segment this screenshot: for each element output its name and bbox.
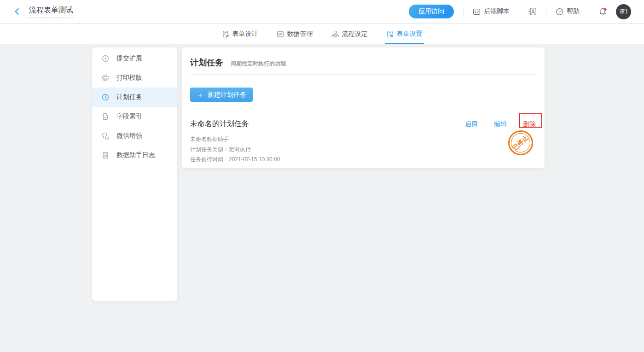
new-scheduled-task-button[interactable]: ＋ 新建计划任务 xyxy=(190,88,253,102)
sidebar-item-field-index[interactable]: 字段索引 xyxy=(92,107,177,126)
backend-script-label: 后端脚本 xyxy=(484,7,510,16)
app-access-button[interactable]: 应用访问 xyxy=(409,5,454,18)
tab-label: 表单设置 xyxy=(397,30,423,38)
divider xyxy=(486,121,486,128)
divider xyxy=(190,74,536,75)
delete-task-link[interactable]: 删除 xyxy=(523,120,536,129)
notifications-button[interactable] xyxy=(598,7,607,16)
task-type: 计划任务类型：定时执行 xyxy=(190,144,536,154)
sidebar-item-data-assistant-log[interactable]: 数据助手日志 xyxy=(92,146,177,165)
app-header: 流程表单测试 应用访问 后端脚本 ? 帮助 xyxy=(0,0,644,23)
sidebar-item-label: 数据助手日志 xyxy=(116,151,155,159)
tab-form-settings[interactable]: 表单设置 xyxy=(386,24,423,44)
panel-title: 计划任务 xyxy=(190,57,223,68)
help-button[interactable]: ? 帮助 xyxy=(556,7,580,16)
tab-label: 流程设定 xyxy=(342,30,368,38)
sidebar-item-label: 提交扩展 xyxy=(116,54,142,63)
divider xyxy=(463,8,464,15)
edit-task-link[interactable]: 编辑 xyxy=(494,120,507,129)
new-task-button-label: 新建计划任务 xyxy=(208,91,246,99)
sidebar-item-label: 计划任务 xyxy=(116,93,142,101)
divider xyxy=(519,8,519,15)
tab-label: 数据管理 xyxy=(287,30,313,38)
task-actions: 启用 编辑 删除 xyxy=(465,120,536,129)
avatar[interactable]: 谭1 xyxy=(616,4,631,19)
bell-icon xyxy=(598,7,607,16)
info-icon xyxy=(102,55,109,62)
tab-workflow-settings[interactable]: 流程设定 xyxy=(331,24,368,44)
plus-icon: ＋ xyxy=(197,91,203,98)
header-right: 应用访问 后端脚本 ? 帮助 谭1 xyxy=(409,4,631,19)
log-list-icon xyxy=(102,152,109,159)
panel-title-row: 计划任务 周期性定时执行的功能 xyxy=(190,47,536,68)
scheduled-tasks-panel: 计划任务 周期性定时执行的功能 ＋ 新建计划任务 未命名的计划任务 启用 编辑 … xyxy=(182,47,545,168)
task-row: 未命名的计划任务 启用 编辑 删除 xyxy=(190,119,536,129)
tab-data-management[interactable]: 数据管理 xyxy=(276,24,313,44)
form-design-icon xyxy=(222,30,229,38)
form-settings-icon xyxy=(386,30,394,38)
svg-text:?: ? xyxy=(558,9,561,14)
back-button[interactable] xyxy=(13,7,21,16)
sidebar-item-label: 字段索引 xyxy=(116,112,142,121)
panel-subtitle: 周期性定时执行的功能 xyxy=(231,60,286,68)
address-book-icon xyxy=(528,7,537,16)
sidebar-item-print-template[interactable]: 打印模版 xyxy=(92,68,177,88)
task-details: 未命名数据助手 计划任务类型：定时执行 任务执行时间：2021-07-15 10… xyxy=(190,134,536,164)
task-exec-time: 任务执行时间：2021-07-15 10:30:00 xyxy=(190,154,536,164)
task-name: 未命名的计划任务 xyxy=(190,119,249,129)
wechat-icon xyxy=(102,132,109,140)
code-icon xyxy=(473,8,481,16)
divider xyxy=(515,121,515,128)
settings-sidebar: 提交扩展 打印模版 计划任务 字段索引 微信增强 数据助手日志 xyxy=(92,47,177,301)
header-left: 流程表单测试 xyxy=(13,6,73,18)
backend-script-button[interactable]: 后端脚本 xyxy=(473,7,510,16)
page-title[interactable]: 流程表单测试 xyxy=(29,6,73,18)
task-assistant-name: 未命名数据助手 xyxy=(190,134,536,144)
clock-icon xyxy=(102,94,109,101)
tab-form-design[interactable]: 表单设计 xyxy=(221,24,259,44)
workflow-icon xyxy=(331,30,339,38)
contacts-button[interactable] xyxy=(528,7,537,16)
sidebar-item-submit-extension[interactable]: 提交扩展 xyxy=(92,49,177,68)
sidebar-item-scheduled-tasks[interactable]: 计划任务 xyxy=(92,88,177,107)
file-icon xyxy=(102,113,109,120)
stopped-stamp-text: 已停止 xyxy=(511,134,530,152)
sidebar-item-wechat-enhance[interactable]: 微信增强 xyxy=(92,126,177,146)
sidebar-item-label: 微信增强 xyxy=(116,132,142,140)
divider xyxy=(546,8,546,15)
form-tabbar: 表单设计 数据管理 流程设定 表单设置 xyxy=(0,24,644,44)
sidebar-item-label: 打印模版 xyxy=(116,74,142,82)
tab-label: 表单设计 xyxy=(232,30,258,38)
divider xyxy=(589,8,589,15)
back-chevron-icon xyxy=(13,7,21,16)
help-icon: ? xyxy=(556,8,563,16)
enable-task-link[interactable]: 启用 xyxy=(465,120,478,129)
help-label: 帮助 xyxy=(567,7,580,16)
printer-icon xyxy=(102,74,109,82)
data-chart-icon xyxy=(277,30,284,38)
